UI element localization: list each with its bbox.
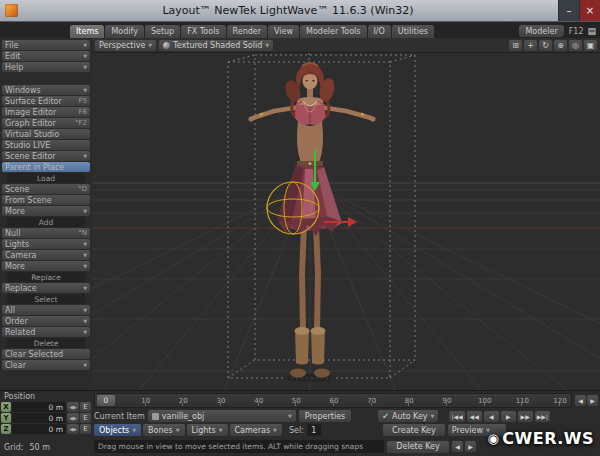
rotate-icon[interactable]: ↻ xyxy=(539,40,552,51)
grid-toggle-icon[interactable]: ⊞ xyxy=(509,40,522,51)
panel-toggle-icon[interactable]: ▤ xyxy=(587,26,596,36)
current-item-dropdown[interactable]: vanille_obj ▼ xyxy=(148,410,296,422)
sidebar-item-lights[interactable]: Lights▼ xyxy=(2,239,90,249)
sidebar-item-label: Help xyxy=(5,63,23,72)
magnify-icon[interactable]: ◎ xyxy=(569,40,582,51)
frame-step-forward-button[interactable]: ▶ xyxy=(587,395,598,406)
sidebar-item-windows[interactable]: Windows▼ xyxy=(2,85,90,95)
tab-bar: ItemsModifySetupFX ToolsRenderViewModele… xyxy=(0,22,600,38)
axis-stepper-icon[interactable]: ◀▶ xyxy=(67,413,79,423)
sidebar-item-label: Studio LIVE xyxy=(5,141,50,150)
tab-render[interactable]: Render xyxy=(227,25,267,38)
transport-go-to-start-button[interactable]: |◀◀ xyxy=(449,411,464,422)
transport-next-keyframe-button[interactable]: ▶▶ xyxy=(518,411,533,422)
frame-step-back-button[interactable]: ◀ xyxy=(575,395,586,406)
mode-cameras-button[interactable]: Cameras▼ xyxy=(230,424,282,436)
pan-icon[interactable]: + xyxy=(524,40,537,51)
viewport-canvas[interactable] xyxy=(92,53,600,390)
sidebar-item-more[interactable]: More▼ xyxy=(2,261,90,271)
sidebar-section-delete: Delete xyxy=(7,338,85,348)
axis-stepper-icon[interactable]: ◀▶ xyxy=(67,424,79,434)
chevron-down-icon: ▼ xyxy=(83,285,87,291)
preview-next-button[interactable]: ▶ xyxy=(465,441,476,452)
sidebar-item-related[interactable]: Related▼ xyxy=(2,327,90,337)
transport-previous-keyframe-button[interactable]: ◀◀ xyxy=(467,411,482,422)
mode-bones-button[interactable]: Bones▼ xyxy=(143,424,184,436)
transport-go-to-end-button[interactable]: ▶▶| xyxy=(535,411,550,422)
sidebar-item-label: Image Editor xyxy=(5,108,56,117)
mode-lights-button[interactable]: Lights▼ xyxy=(187,424,228,436)
sidebar-item-all[interactable]: All▼ xyxy=(2,305,90,315)
tab-setup[interactable]: Setup xyxy=(145,25,180,38)
sidebar-section-load: Load xyxy=(7,173,85,183)
axis-tag-x[interactable]: X xyxy=(1,402,11,412)
sidebar-item-surface-editor[interactable]: Surface EditorF5 xyxy=(2,96,90,106)
sidebar-item-scene-editor[interactable]: Scene Editor▼ xyxy=(2,151,90,161)
sidebar-item-replace[interactable]: Replace▼ xyxy=(2,283,90,293)
sidebar-item-label: Replace xyxy=(5,284,37,293)
sidebar-item-edit[interactable]: Edit▼ xyxy=(2,51,90,61)
viewport-nav-icons: ⊞+↻⊕◎▣ xyxy=(509,40,597,51)
timeline-tick: 50 xyxy=(292,397,301,405)
create-key-button[interactable]: Create Key xyxy=(383,424,445,436)
sidebar-item-more[interactable]: More▼ xyxy=(2,206,90,216)
preview-prev-button[interactable]: ◀ xyxy=(452,441,463,452)
sidebar-item-clear[interactable]: Clear▼ xyxy=(2,360,90,370)
transport-next-frame-button[interactable]: ▶ xyxy=(501,411,516,422)
axis-tag-z[interactable]: Z xyxy=(1,424,11,434)
delete-key-button[interactable]: Delete Key xyxy=(387,441,449,453)
sidebar-item-help[interactable]: Help▼ xyxy=(2,62,90,72)
sidebar-item-file[interactable]: File▼ xyxy=(2,40,90,50)
shading-mode-dropdown[interactable]: Textured Shaded Solid ▼ xyxy=(159,40,273,51)
envelope-button[interactable]: E xyxy=(80,402,91,412)
minimize-button[interactable]: – xyxy=(558,0,579,21)
properties-button[interactable]: Properties xyxy=(299,410,351,422)
axis-stepper-icon[interactable]: ◀▶ xyxy=(67,402,79,412)
sidebar-item-label: From Scene xyxy=(5,196,52,205)
axis-value-z-field[interactable]: 0 m xyxy=(12,424,66,434)
sidebar-item-null[interactable]: Null°N xyxy=(2,228,90,238)
timeline-tick: 100 xyxy=(478,397,491,405)
tab-items[interactable]: Items xyxy=(70,25,104,38)
tab-modify[interactable]: Modify xyxy=(105,25,144,38)
tab-fx-tools[interactable]: FX Tools xyxy=(181,25,225,38)
sidebar-item-label: Clear Selected xyxy=(5,350,63,359)
maximize-icon[interactable]: ▣ xyxy=(584,40,597,51)
mode-objects-button[interactable]: Objects▼ xyxy=(94,424,141,436)
chevron-down-icon: ▼ xyxy=(83,42,87,48)
sidebar-item-camera[interactable]: Camera▼ xyxy=(2,250,90,260)
transport-previous-frame-button[interactable]: ◀ xyxy=(484,411,499,422)
timeline-tick: 70 xyxy=(367,397,376,405)
view-mode-dropdown[interactable]: Perspective ▼ xyxy=(95,40,156,51)
axis-value-x-field[interactable]: 0 m xyxy=(12,402,66,412)
sidebar-item-virtual-studio[interactable]: Virtual Studio xyxy=(2,129,90,139)
sidebar-item-scene[interactable]: Scene°O xyxy=(2,184,90,194)
zoom-icon[interactable]: ⊕ xyxy=(554,40,567,51)
edit-mode-buttons: Objects▼Bones▼Lights▼Cameras▼ xyxy=(94,424,282,436)
sidebar-item-label: Null xyxy=(5,229,21,238)
axis-value-y-field[interactable]: 0 m xyxy=(12,413,66,423)
grid-label: Grid: xyxy=(4,443,23,452)
sidebar-item-from-scene[interactable]: From Scene xyxy=(2,195,90,205)
axis-tag-y[interactable]: Y xyxy=(1,413,11,423)
tab-i-o[interactable]: I/O xyxy=(368,25,391,38)
timeline-slider[interactable]: 0 0102030405060708090100110120 xyxy=(94,393,572,408)
character-model xyxy=(248,63,375,382)
sidebar-item-graph-editor[interactable]: Graph Editor°F2 xyxy=(2,118,90,128)
shortcut-label: °F2 xyxy=(75,119,87,127)
envelope-button[interactable]: E xyxy=(80,413,91,423)
close-button[interactable]: × xyxy=(579,0,600,21)
tab-utilities[interactable]: Utilities xyxy=(392,25,434,38)
sidebar-item-image-editor[interactable]: Image EditorF6 xyxy=(2,107,90,117)
tab-modeler-tools[interactable]: Modeler Tools xyxy=(300,25,366,38)
sidebar-item-order[interactable]: Order▼ xyxy=(2,316,90,326)
view-mode-label: Perspective xyxy=(99,41,145,50)
timeline-handle[interactable]: 0 xyxy=(97,395,115,406)
envelope-button[interactable]: E xyxy=(80,424,91,434)
sidebar-item-clear-selected[interactable]: Clear Selected xyxy=(2,349,90,359)
modeler-button[interactable]: Modeler xyxy=(519,25,563,37)
sidebar-item-parent-in-place[interactable]: Parent in Place xyxy=(2,162,90,172)
auto-key-toggle[interactable]: ✔ Auto Key ▼ xyxy=(378,410,438,422)
sidebar-item-studio-live[interactable]: Studio LIVE xyxy=(2,140,90,150)
tab-view[interactable]: View xyxy=(268,25,299,38)
